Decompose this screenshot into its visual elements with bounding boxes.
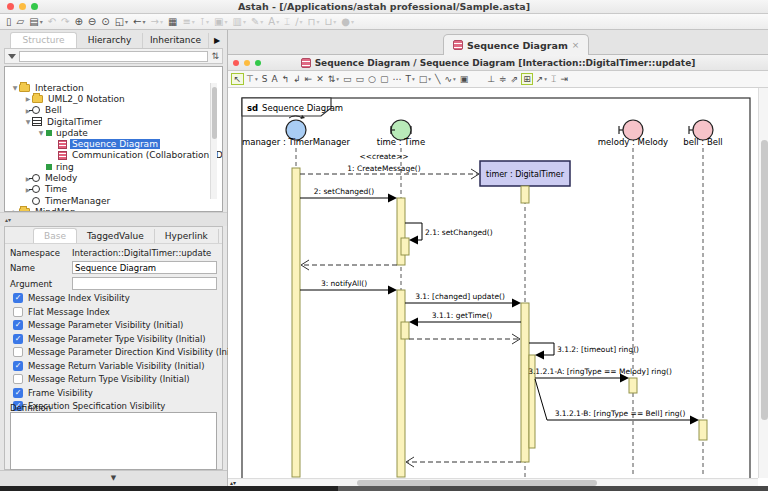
tree-item-uml2-0-notation[interactable]: ▶UML2_0 Notation — [5, 93, 222, 104]
open-icon[interactable]: ▱ — [15, 15, 27, 29]
message-3[interactable]: 3: notifyAll() — [300, 279, 397, 295]
checkbox[interactable]: ✓ — [13, 388, 23, 398]
lifeline-melody[interactable]: melody : Melody — [598, 120, 668, 147]
message-create[interactable]: <<create>> 1: CreateMessage() — [300, 152, 479, 179]
note-tool-icon[interactable]: ▢ — [378, 74, 390, 84]
found-message-tool-icon[interactable]: ⇤ — [303, 74, 314, 84]
tree-item-sequence-diagram[interactable]: Sequence Diagram — [5, 138, 222, 149]
async-message-tool-icon[interactable]: A — [270, 74, 279, 84]
combined-fragment-tool-icon[interactable]: ⇅▾ — [326, 74, 340, 84]
message-2[interactable]: 2: setChanged() — [300, 187, 397, 203]
fit-view-icon[interactable]: ◱▾ — [113, 15, 130, 29]
return-2[interactable] — [301, 260, 397, 270]
forward-icon[interactable]: →▾ — [149, 15, 165, 29]
create-message-tool-icon[interactable]: ↰ — [280, 74, 291, 84]
sort-icon[interactable]: ⇅ — [211, 51, 219, 61]
tree-item-bell[interactable]: ▶Bell — [5, 105, 222, 116]
tree-vertical-scrollbar[interactable] — [210, 83, 217, 199]
lifeline-manager[interactable]: manager : TimerManager — [242, 115, 351, 147]
message-3-1-2-1-b[interactable]: 3.1.2.1-B: [ringType == Bell] ring() — [535, 379, 699, 425]
grid-icon[interactable]: ▦ — [166, 15, 179, 29]
line-style-icon[interactable]: ∕▾ — [293, 15, 304, 29]
sync-message-tool-icon[interactable]: S — [260, 74, 269, 84]
rounded-rectangle-tool-icon[interactable]: ▭ — [354, 74, 366, 84]
tab-sequence-diagram[interactable]: Sequence Diagram × — [443, 34, 589, 55]
canvas-horizontal-scrollbar[interactable] — [228, 478, 758, 486]
expander-icon[interactable]: ▼ — [11, 84, 19, 91]
zoom-in-icon[interactable]: ⊕ — [72, 15, 84, 29]
checkbox[interactable]: ✓ — [13, 320, 23, 330]
ellipse-tool-icon[interactable]: ○ — [367, 74, 378, 84]
tree-item-timermanager[interactable]: TimerManager — [5, 195, 222, 206]
undo-icon[interactable]: ↶ — [46, 15, 58, 29]
definition-field[interactable] — [10, 412, 217, 470]
expander-icon[interactable]: ▼ — [37, 129, 45, 136]
frame-tool-icon[interactable]: □▾ — [417, 74, 432, 84]
return-3-1[interactable] — [406, 457, 521, 467]
expander-icon[interactable]: ▶ — [24, 95, 32, 102]
rectangle-tool-icon[interactable]: ▭ — [342, 74, 354, 84]
canvas-scroll-buttons[interactable]: ▴▾ — [230, 479, 236, 486]
stamp-icon[interactable]: ⌶ — [282, 15, 292, 29]
shift-icon[interactable]: ⇥ — [559, 74, 570, 84]
tab-inheritance[interactable]: Inheritance — [143, 33, 209, 48]
message-2-1[interactable]: 2.1: setChanged() — [405, 223, 493, 245]
return-3-1-1[interactable] — [409, 334, 520, 344]
tab-hyperlink[interactable]: Hyperlink — [155, 229, 219, 243]
redo-icon[interactable]: ↷ — [59, 15, 71, 29]
tree-item-ring[interactable]: ring — [5, 161, 222, 172]
add-corner-icon[interactable]: ⊞ — [521, 73, 534, 85]
tree-item-communication-collaboration-d[interactable]: Communication (Collaboration) D — [5, 150, 222, 161]
line-tool-icon[interactable]: ╲ — [434, 74, 442, 84]
tree-filter-input[interactable] — [19, 51, 208, 62]
ruler-icon[interactable]: ⊓▾ — [306, 15, 322, 29]
font-icon[interactable]: A▾ — [266, 15, 281, 29]
back-icon[interactable]: ←▾ — [131, 15, 147, 29]
curve-tool-icon[interactable]: ∿▾ — [443, 74, 457, 84]
connector-icon[interactable]: ↗▾ — [534, 74, 548, 84]
tree-item-digitaltimer[interactable]: ▼DigitalTimer — [5, 116, 222, 127]
name-field[interactable] — [72, 261, 217, 274]
message-3-1-1[interactable]: 3.1.1: getTime() — [409, 311, 521, 327]
diagram-canvas[interactable]: sd Sequence Diagram manager : TimerManag… — [228, 88, 768, 486]
sphere-icon[interactable]: ●▾ — [339, 15, 356, 29]
separator-tool-icon[interactable]: ⋯ — [391, 74, 403, 84]
expander-icon[interactable]: ▼ — [24, 118, 32, 125]
panel-splitter[interactable]: ▴▾ — [0, 212, 227, 226]
message-3-1-2[interactable]: 3.1.2: [timeout] ring() — [529, 343, 639, 360]
list-icon[interactable]: ≡▾ — [180, 15, 196, 29]
tab-overflow-button[interactable]: ▶ — [209, 36, 225, 48]
bracket-icon[interactable]: ⌶ — [550, 74, 558, 85]
diagram-frame[interactable] — [242, 98, 750, 478]
zoom-reset-icon[interactable]: ⊙ — [99, 15, 111, 29]
checkbox[interactable] — [13, 374, 23, 384]
tree-item-interaction[interactable]: ▼Interaction — [5, 82, 222, 93]
tree-item-melody[interactable]: ▶Melody — [5, 172, 222, 183]
tree-item-update[interactable]: ▼update — [5, 127, 222, 138]
checkbox[interactable] — [13, 307, 23, 317]
lifeline-tool-icon[interactable]: ⊤▾ — [245, 74, 260, 84]
lifeline-time[interactable]: time : Time — [377, 120, 425, 147]
tab-hierarchy[interactable]: Hierarchy — [77, 33, 143, 48]
color-icon[interactable]: ▥▾ — [230, 15, 247, 29]
message-3-1-2-1-a[interactable]: 3.1.2.1-A: [ringType == Melody] ring() — [528, 367, 672, 383]
canvas-vertical-scrollbar[interactable] — [758, 88, 768, 478]
distribute-icon[interactable]: ≑ — [498, 74, 509, 84]
tab-structure[interactable]: Structure — [10, 32, 77, 48]
lifeline-timer[interactable]: timer : DigitalTimer — [480, 161, 570, 186]
lifeline-bell[interactable]: bell : Bell — [683, 120, 722, 147]
new-file-icon[interactable]: ▯ — [4, 15, 14, 29]
close-tab-icon[interactable]: × — [572, 40, 580, 50]
snap-icon[interactable]: ⊔▾ — [322, 15, 338, 29]
checkbox[interactable]: ✓ — [13, 361, 23, 371]
tab-base[interactable]: Base — [33, 228, 77, 243]
reply-message-tool-icon[interactable]: ↲ — [292, 74, 303, 84]
message-3-1[interactable]: 3.1: [changed] update() — [405, 292, 521, 308]
checkbox[interactable] — [13, 347, 23, 357]
pen-icon[interactable]: ✎▾ — [249, 15, 265, 29]
tree-item-time[interactable]: ▶Time — [5, 184, 222, 195]
select-tool-icon[interactable]: ↖ — [231, 73, 244, 85]
checkbox[interactable]: ✓ — [13, 293, 23, 303]
tab-taggedvalue[interactable]: TaggedValue — [77, 229, 155, 243]
align-icon[interactable]: ⊺▾ — [198, 15, 211, 29]
